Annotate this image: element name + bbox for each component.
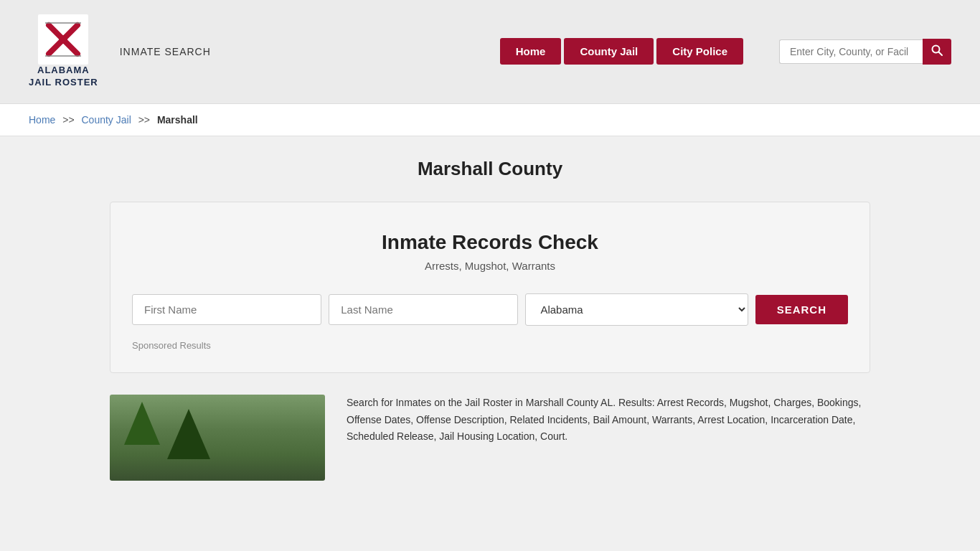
header-search-bar xyxy=(779,39,951,65)
state-select[interactable]: Alabama Alaska Arizona Arkansas Californ… xyxy=(525,293,748,326)
county-description-text: Search for Inmates on the Jail Roster in… xyxy=(347,395,870,446)
logo-link[interactable]: ALABAMA JAIL ROSTER xyxy=(29,14,98,89)
records-check-heading: Inmate Records Check xyxy=(132,231,848,254)
breadcrumb-county-jail-link[interactable]: County Jail xyxy=(82,114,131,126)
breadcrumb-sep-1: >> xyxy=(62,114,74,126)
logo-text: ALABAMA JAIL ROSTER xyxy=(29,65,98,89)
main-nav: Home County Jail City Police xyxy=(500,38,743,65)
logo-icon xyxy=(38,14,88,65)
inmate-search-submit-button[interactable]: SEARCH xyxy=(755,295,848,324)
home-nav-button[interactable]: Home xyxy=(500,38,562,65)
first-name-input[interactable] xyxy=(132,294,321,325)
county-jail-nav-button[interactable]: County Jail xyxy=(564,38,654,65)
bottom-section: Search for Inmates on the Jail Roster in… xyxy=(110,395,870,481)
inmate-search-link[interactable]: INMATE SEARCH xyxy=(120,46,211,57)
breadcrumb: Home >> County Jail >> Marshall xyxy=(0,104,980,136)
last-name-input[interactable] xyxy=(329,294,518,325)
county-image-placeholder xyxy=(110,395,325,481)
sponsored-results-label: Sponsored Results xyxy=(132,340,848,351)
search-icon xyxy=(931,44,943,56)
main-content: Marshall County Inmate Records Check Arr… xyxy=(95,158,885,481)
header: ALABAMA JAIL ROSTER INMATE SEARCH Home C… xyxy=(0,0,980,104)
county-image xyxy=(110,395,325,481)
breadcrumb-sep-2: >> xyxy=(138,114,150,126)
svg-line-7 xyxy=(939,52,943,55)
page-title: Marshall County xyxy=(110,158,870,180)
svg-point-3 xyxy=(59,35,67,44)
breadcrumb-current: Marshall xyxy=(157,114,198,126)
records-check-subtitle: Arrests, Mugshot, Warrants xyxy=(132,260,848,272)
inmate-search-form: Alabama Alaska Arizona Arkansas Californ… xyxy=(132,293,848,326)
city-police-nav-button[interactable]: City Police xyxy=(656,38,743,65)
header-search-button[interactable] xyxy=(923,39,951,65)
breadcrumb-home-link[interactable]: Home xyxy=(29,114,55,126)
header-search-input[interactable] xyxy=(779,39,923,64)
records-check-box: Inmate Records Check Arrests, Mugshot, W… xyxy=(110,202,870,373)
